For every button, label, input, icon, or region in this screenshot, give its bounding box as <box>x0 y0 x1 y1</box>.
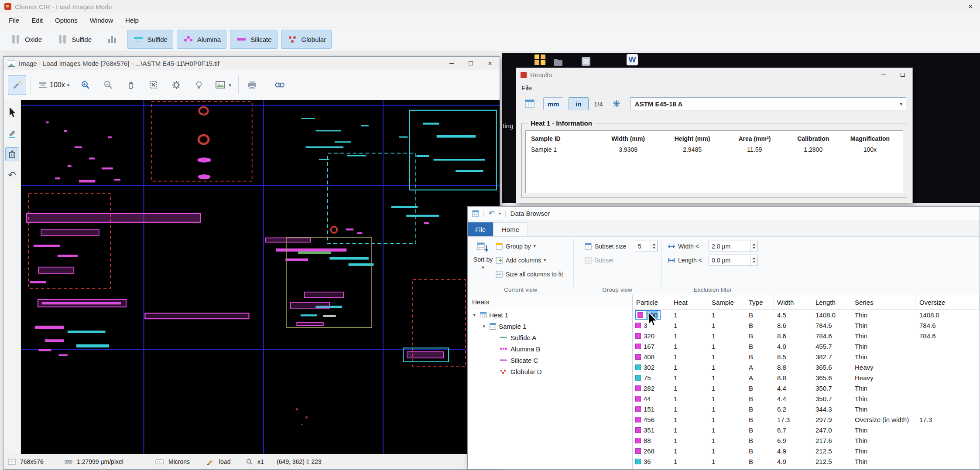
cell-oversize[interactable]: 17.3 <box>916 416 980 423</box>
cell-heat[interactable]: 1 <box>670 343 708 350</box>
cell-width[interactable]: 4.4 <box>774 395 812 402</box>
cell-heat[interactable]: 1 <box>670 322 708 329</box>
cell-type[interactable]: B <box>745 353 774 361</box>
cell-type[interactable]: B <box>745 395 774 402</box>
image-window-titlebar[interactable]: Image - Load Images Mode [768x576] - ...… <box>3 57 500 70</box>
cell-sample[interactable]: 1 <box>708 311 745 319</box>
cell-length[interactable]: 1408.0 <box>812 311 851 319</box>
tree-expand-icon[interactable]: ▾ <box>471 312 477 318</box>
subset-button[interactable]: Subset <box>585 254 614 266</box>
column-header-heat[interactable]: Heat <box>670 295 708 309</box>
cell-type[interactable]: A <box>745 364 774 371</box>
table-row[interactable]: 28211B4.4350.7Thin <box>633 383 980 393</box>
cell-type[interactable]: B <box>745 343 774 350</box>
cell-particle[interactable]: 351 <box>633 426 670 434</box>
desktop-icon[interactable] <box>581 57 591 68</box>
cell-type[interactable]: B <box>745 458 774 465</box>
cell-particle[interactable]: 320 <box>633 332 670 340</box>
cell-sample[interactable]: 1 <box>708 385 745 392</box>
micrograph-canvas[interactable] <box>21 100 500 454</box>
cell-sample[interactable]: 1 <box>708 437 745 444</box>
menu-file[interactable]: File <box>3 13 25 27</box>
image-adjust-button[interactable]: ▾ <box>212 75 234 95</box>
menu-edit[interactable]: Edit <box>25 13 49 27</box>
wand-tool-button[interactable] <box>8 75 26 95</box>
word-desktop-icon[interactable]: W <box>627 54 638 65</box>
cell-sample[interactable]: 1 <box>708 343 745 350</box>
cell-particle[interactable]: 44 <box>633 395 670 402</box>
toolbar-button-alumina[interactable]: Alumina <box>177 30 226 49</box>
table-row[interactable]: 8811B6.9217.6Thin <box>633 435 980 446</box>
cell-length[interactable]: 784.6 <box>812 332 851 340</box>
cell-length[interactable]: 784.6 <box>812 322 851 329</box>
units-in-button[interactable]: in <box>569 97 589 110</box>
settings-gear-button[interactable] <box>167 75 185 95</box>
tree-node-sample-1[interactable]: ▾Sample 1 <box>468 320 632 332</box>
cell-series[interactable]: Thin <box>851 322 916 329</box>
cell-heat[interactable]: 1 <box>670 311 708 319</box>
cell-width[interactable]: 8.6 <box>774 322 812 329</box>
toolbar-button-silicate[interactable]: Silicate <box>230 30 277 49</box>
tab-home[interactable]: Home <box>493 222 528 236</box>
table-row[interactable]: 16711B4.0455.7Thin <box>633 341 980 351</box>
table-row[interactable]: 3611B4.9212.5Thin <box>633 456 980 467</box>
cell-series[interactable]: Thin <box>851 311 916 319</box>
marker-tool-button[interactable] <box>5 126 19 140</box>
toolbar-button-chart[interactable] <box>101 30 123 49</box>
maximize-icon[interactable] <box>893 68 912 82</box>
cell-type[interactable]: B <box>745 322 774 329</box>
group-by-button[interactable]: Group by ▾ <box>496 240 536 252</box>
select-region-button[interactable] <box>144 75 163 95</box>
cell-type[interactable]: A <box>745 374 774 381</box>
column-header-particle[interactable]: Particle <box>633 295 670 309</box>
cell-type[interactable]: B <box>745 437 774 444</box>
cell-width[interactable]: 8.8 <box>774 364 812 371</box>
cell-sample[interactable]: 1 <box>708 458 745 465</box>
table-row[interactable]: 10011B4.51408.0Thin1408.0 <box>633 310 980 320</box>
zoom-out-button[interactable] <box>99 75 117 95</box>
desktop-icon[interactable] <box>534 54 546 67</box>
column-header-sample[interactable]: Sample <box>708 295 745 309</box>
cell-length[interactable]: 350.7 <box>812 395 851 402</box>
cell-type[interactable]: B <box>745 426 774 434</box>
cell-width[interactable]: 17.3 <box>774 416 812 423</box>
cell-series[interactable]: Thin <box>851 426 916 434</box>
cell-sample[interactable]: 1 <box>708 395 745 402</box>
cell-series[interactable]: Heavy <box>851 374 916 381</box>
size-all-columns-button[interactable]: Size all columns to fit <box>496 268 563 280</box>
results-titlebar[interactable]: Results <box>516 68 912 82</box>
table-row[interactable]: 311B8.6784.6Thin784.6 <box>633 320 980 330</box>
cell-series[interactable]: Thin <box>851 385 916 392</box>
cell-series[interactable]: Thin <box>851 353 916 361</box>
cell-sample[interactable]: 1 <box>708 447 745 455</box>
table-row[interactable]: 26811B4.9212.5Thin <box>633 446 980 456</box>
cell-heat[interactable]: 1 <box>670 332 708 340</box>
menu-help[interactable]: Help <box>119 13 145 27</box>
cell-heat[interactable]: 1 <box>670 458 708 465</box>
subset-size-input[interactable]: 5 <box>635 241 658 252</box>
cell-heat[interactable]: 1 <box>670 437 708 444</box>
tree-node-silicate-c[interactable]: Silicate C <box>468 354 632 366</box>
cell-type[interactable]: B <box>745 416 774 423</box>
cell-sample[interactable]: 1 <box>708 353 745 361</box>
cell-type[interactable]: B <box>745 447 774 455</box>
cell-particle[interactable]: 302 <box>633 364 670 371</box>
cell-type[interactable]: B <box>745 385 774 392</box>
cell-length[interactable]: 297.9 <box>812 416 851 423</box>
cell-width[interactable]: 8.8 <box>774 374 812 381</box>
cell-heat[interactable]: 1 <box>670 405 708 413</box>
spinner-arrows[interactable] <box>651 241 657 252</box>
pointer-tool-button[interactable] <box>5 106 19 119</box>
spinner-arrows[interactable] <box>750 255 757 266</box>
cell-width[interactable]: 8.5 <box>774 353 812 361</box>
pan-tool-button[interactable] <box>122 75 140 95</box>
tree-expand-icon[interactable]: ▾ <box>481 324 487 329</box>
cell-series[interactable]: Thin <box>851 405 916 413</box>
table-row[interactable]: 32011B8.6784.6Thin784.6 <box>633 330 980 341</box>
cell-length[interactable]: 212.5 <box>812 458 851 465</box>
refresh-button[interactable] <box>608 97 625 111</box>
app-close-button[interactable]: × <box>961 0 980 13</box>
add-columns-button[interactable]: Add columns ▾ <box>496 254 546 266</box>
cell-length[interactable]: 455.7 <box>812 343 851 350</box>
cell-sample[interactable]: 1 <box>708 374 745 381</box>
